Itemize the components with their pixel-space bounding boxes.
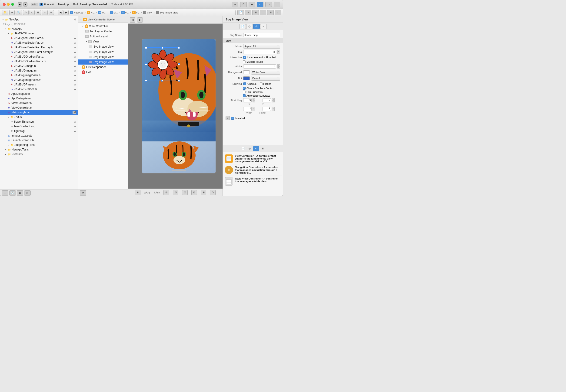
handle-tm[interactable] (161, 47, 163, 49)
obj-tab-circle[interactable]: ◎ (247, 146, 253, 151)
obj-nav-controller[interactable]: Navigation Controller – A controller tha… (224, 164, 282, 176)
handle-tr[interactable] (178, 47, 180, 49)
scene-svg2[interactable]: Svg Image View (78, 49, 128, 54)
sh-up[interactable]: ▲ (272, 107, 275, 109)
stretch-w-input[interactable]: 1 (243, 107, 252, 111)
scene-svg1[interactable]: Svg Image View (78, 44, 128, 49)
arrow-down-btn[interactable]: ↓ (260, 10, 266, 15)
canvas-nav-prev[interactable]: ◀ (130, 17, 135, 23)
tree-imageview-m[interactable]: m JAMSvgImageView.m A (0, 78, 78, 82)
tree-appdelegate-m[interactable]: m AppDelegate.m (0, 96, 78, 101)
inspector-tab-attr[interactable]: ≡ (260, 24, 267, 29)
add-file-btn[interactable]: + (2, 190, 8, 196)
tree-newapptests[interactable]: 📁 NewAppTests (0, 147, 78, 152)
folder-btn[interactable]: 📁 (2, 10, 8, 15)
canvas-main[interactable]: → (128, 24, 223, 189)
alpha-up[interactable]: ▲ (277, 64, 280, 66)
canvas-size-btn1[interactable]: ⊡ (164, 190, 169, 195)
handle-bl[interactable] (145, 80, 147, 82)
sh-down[interactable]: ▼ (272, 109, 275, 111)
tag-up[interactable]: ▲ (277, 50, 280, 52)
tree-main-storyboard[interactable]: ⊞ Main.storyboard M (0, 110, 78, 115)
tree-root[interactable]: 📁 NewApp M (0, 17, 78, 22)
canvas-grid-btn2[interactable]: ⊞ (201, 190, 206, 195)
stop-button[interactable]: ■ (23, 2, 28, 6)
stretch-h-stepper[interactable]: ▲ ▼ (272, 107, 275, 111)
tree-newapp[interactable]: 📁 NewApp (0, 27, 78, 31)
stretch-x-input[interactable]: 0 (243, 98, 252, 102)
multiple-touch-checkbox[interactable] (243, 60, 246, 63)
tree-appdelegate-h[interactable]: h AppDelegate.h (0, 92, 78, 96)
tree-imageview-h[interactable]: h JAMSvgImageView.h A (0, 73, 78, 78)
scene-toplayout[interactable]: Top Layout Guide (78, 29, 128, 34)
scene-view[interactable]: View (78, 39, 128, 44)
tag-input[interactable]: 0 (243, 50, 276, 54)
tree-products[interactable]: 📁 Products (0, 152, 78, 156)
stretch-x-stepper[interactable]: ▲ ▼ (253, 98, 255, 102)
device-selector[interactable]: 📱 iPhone 6 (40, 3, 54, 6)
scene-svg4[interactable]: Svg Image View (78, 59, 128, 65)
tree-xcassets[interactable]: ⊞ Images.xcassets (0, 133, 78, 138)
tree-jambezier-factory-m[interactable]: m JAMStyledBezierPathFactory.m A (0, 50, 78, 54)
clears-graphics-checkbox[interactable] (243, 87, 246, 90)
tint-swatch[interactable] (243, 76, 250, 80)
scheme-button[interactable]: ≡ N. (31, 3, 38, 6)
tree-flowerthing[interactable]: ⚙ flowerThing.svg A (0, 119, 78, 124)
breadcrumb-svg-image-view[interactable]: □ Svg Image View (155, 11, 179, 14)
inspector-tab-file[interactable]: 📄 (239, 24, 246, 29)
obj-tab-file[interactable]: 📄 (240, 146, 246, 151)
tree-viewcontroller-m[interactable]: m ViewController.m (0, 105, 78, 110)
close-button[interactable] (3, 3, 6, 6)
hamburger-btn[interactable]: ≡ (232, 2, 238, 7)
tree-gradient-h[interactable]: h JAMSVGGradientParts.h A (0, 54, 78, 59)
sx-up[interactable]: ▲ (253, 98, 255, 100)
canvas-clock-btn[interactable]: ⟳ (210, 190, 216, 195)
filter-btn[interactable]: ⊠ (17, 190, 23, 196)
back-btn[interactable]: ⬅ (249, 2, 255, 7)
tree-jambezier-h[interactable]: h JAMStyledBezierPath.h A (0, 36, 78, 41)
scene-vc[interactable]: ⊞ View Controller (78, 24, 128, 29)
handle-ml[interactable] (145, 63, 147, 65)
autoresize-checkbox[interactable] (243, 94, 246, 97)
alpha-input[interactable]: 1 (243, 64, 276, 69)
msg-btn[interactable]: ✉ (49, 10, 54, 15)
tree-tiger[interactable]: ⚙ tiger.svg A (0, 129, 78, 133)
tree-launchscreen[interactable]: ⊞ LaunchScreen.xib (0, 138, 78, 143)
canvas-fit-btn[interactable]: ⊞ (135, 190, 140, 195)
scene-svg3[interactable]: Svg Image View (78, 54, 128, 59)
sw-down[interactable]: ▼ (253, 109, 255, 111)
nav-btn[interactable]: ⊕ (9, 10, 15, 15)
sy-up[interactable]: ▲ (272, 98, 275, 100)
canvas-size-btn2[interactable]: ⊡ (173, 190, 178, 195)
handle-mr[interactable] (178, 63, 180, 65)
scene-exit[interactable]: ⊠ Exit (78, 70, 128, 75)
obj-tab-clock[interactable]: ⊙ (253, 146, 259, 151)
tree-jambezier-m[interactable]: m JAMStyledBezierPath.m A (0, 41, 78, 45)
canvas-size-btn3[interactable]: ⊡ (182, 190, 188, 195)
breadcrumb-m1[interactable]: M M... (97, 11, 107, 14)
sw-up[interactable]: ▲ (253, 107, 255, 109)
tree-parser-m[interactable]: m JAMSVGParser.m A (0, 87, 78, 92)
tag-down[interactable]: ▼ (277, 52, 280, 54)
tree-supporting[interactable]: 📁 Supporting Files (0, 143, 78, 147)
grid-btn[interactable]: ⊞ (36, 10, 41, 15)
scene-refresh-btn[interactable]: ⟳ (80, 190, 86, 196)
target-btn[interactable]: ◎ (24, 190, 31, 196)
run-button[interactable]: ▶ (18, 2, 22, 6)
tree-svgs[interactable]: 📁 SVGs (0, 115, 78, 119)
inspector-tab-quick[interactable]: ◎ (246, 24, 253, 29)
scene-bottomlayout[interactable]: Bottom Layout... (78, 34, 128, 39)
mode-select[interactable]: Aspect Fit ▼ (243, 44, 280, 49)
user-interaction-checkbox[interactable] (243, 56, 246, 59)
obj-tab-grid[interactable]: ⊞ (260, 146, 266, 151)
alpha-stepper[interactable]: ▲ ▼ (277, 64, 280, 69)
iphone-mockup[interactable] (142, 39, 216, 173)
scene-firstresponder[interactable]: ⊕ First Responder (78, 65, 128, 70)
back-fwd-btn[interactable]: ↔ (42, 10, 48, 15)
handle-bm[interactable] (161, 80, 163, 82)
svg-name-input[interactable]: flowerThing (243, 33, 280, 37)
handle-tl[interactable] (145, 47, 147, 49)
add-constraint-btn[interactable]: + (225, 116, 230, 120)
help-btn[interactable]: ? (245, 10, 251, 15)
tree-image-h[interactable]: h JAMSVGImage.h A (0, 64, 78, 68)
